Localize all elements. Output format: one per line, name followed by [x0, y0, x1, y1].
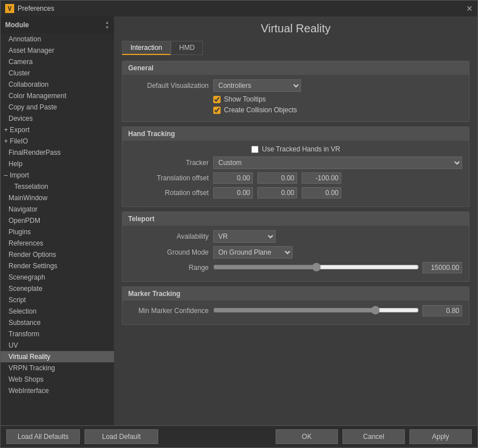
show-tooltips-row: Show Tooltips — [213, 95, 462, 103]
load-all-defaults-button[interactable]: Load All Defaults — [6, 429, 80, 444]
sidebar-item-uv[interactable]: UV — [1, 340, 114, 351]
sidebar-item-tesselation[interactable]: Tesselation — [1, 181, 114, 192]
general-section: General Default Visualization Controller… — [122, 61, 469, 122]
range-value-input[interactable] — [422, 262, 462, 273]
default-visualization-select[interactable]: Controllers Hands None — [213, 79, 301, 92]
sidebar-item-collaboration[interactable]: Collaboration — [1, 79, 114, 90]
sidebar-header-label: Module — [5, 21, 29, 29]
sidebar-scroll-arrows[interactable]: ▲ ▼ — [105, 20, 109, 30]
sidebar-item-render-options[interactable]: Render Options — [1, 249, 114, 260]
teleport-header: Teleport — [122, 212, 469, 226]
sidebar-item-import[interactable]: – Import — [1, 170, 114, 181]
marker-tracking-body: Min Marker Confidence — [122, 301, 469, 324]
sidebar-item-navigator[interactable]: Navigator — [1, 204, 114, 215]
tab-hmd[interactable]: HMD — [171, 41, 203, 55]
sidebar-item-vrpn-tracking[interactable]: VRPN Tracking — [1, 362, 114, 374]
rotation-y-input[interactable] — [257, 187, 297, 198]
availability-label: Availability — [129, 233, 209, 240]
sidebar-item-fileio[interactable]: + FileIO — [1, 136, 114, 147]
ground-mode-row: Ground Mode On Ground Plane Free On Mesh — [129, 246, 462, 259]
tracker-select-container: Custom Default — [213, 157, 462, 169]
confidence-container — [213, 305, 462, 316]
apply-button[interactable]: Apply — [409, 429, 472, 444]
sidebar-item-transform[interactable]: Transform — [1, 328, 114, 340]
teleport-section: Teleport Availability VR AR Both None — [122, 212, 469, 282]
teleport-body: Availability VR AR Both None Ground Mode — [122, 226, 469, 281]
sidebar-item-selection[interactable]: Selection — [1, 306, 114, 317]
availability-select[interactable]: VR AR Both None — [213, 230, 276, 243]
range-slider-container — [213, 263, 419, 273]
sidebar-header: Module ▲ ▼ — [1, 16, 114, 33]
sidebar-item-virtual-reality[interactable]: Virtual Reality — [1, 351, 114, 362]
rotation-x-input[interactable] — [213, 187, 253, 198]
rotation-offset-label: Rotation offset — [129, 189, 209, 197]
sidebar-item-finalrenderpass[interactable]: FinalRenderPass — [1, 147, 114, 158]
confidence-slider-container — [213, 306, 419, 316]
min-confidence-label: Min Marker Confidence — [129, 307, 209, 315]
preferences-window: V Preferences ✕ Module ▲ ▼ AnnotationAss… — [0, 0, 478, 448]
range-slider[interactable] — [213, 263, 419, 272]
sidebar-item-webinterface[interactable]: WebInterface — [1, 385, 114, 396]
show-tooltips-checkbox[interactable] — [213, 96, 221, 103]
use-tracked-checkbox[interactable] — [251, 146, 259, 153]
sidebar: Module ▲ ▼ AnnotationAsset ManagerCamera… — [1, 16, 114, 425]
bottom-bar: Load All Defaults Load Default OK Cancel… — [1, 425, 477, 447]
sidebar-item-devices[interactable]: Devices — [1, 113, 114, 124]
main-content: Module ▲ ▼ AnnotationAsset ManagerCamera… — [1, 16, 477, 425]
cancel-button[interactable]: Cancel — [342, 429, 405, 444]
range-label: Range — [129, 264, 209, 272]
show-tooltips-label: Show Tooltips — [224, 95, 266, 103]
sidebar-item-copy-and-paste[interactable]: Copy and Paste — [1, 102, 114, 113]
sidebar-item-export[interactable]: + Export — [1, 124, 114, 136]
translation-z-input[interactable] — [302, 172, 341, 184]
sidebar-item-sceneplate[interactable]: Sceneplate — [1, 283, 114, 294]
sidebar-item-color-management[interactable]: Color Management — [1, 90, 114, 102]
sidebar-item-plugins[interactable]: Plugins — [1, 226, 114, 238]
sidebar-item-help[interactable]: Help — [1, 158, 114, 170]
ok-button[interactable]: OK — [276, 429, 338, 444]
scroll-down-arrow[interactable]: ▼ — [105, 25, 109, 30]
tracker-select[interactable]: Custom Default — [213, 157, 462, 169]
sidebar-item-annotation[interactable]: Annotation — [1, 33, 114, 45]
range-container — [213, 262, 462, 273]
availability-select-container: VR AR Both None — [213, 230, 276, 243]
default-visualization-row: Default Visualization Controllers Hands … — [129, 79, 462, 92]
sidebar-item-substance[interactable]: Substance — [1, 317, 114, 328]
ground-mode-label: Ground Mode — [129, 248, 209, 256]
rotation-z-input[interactable] — [302, 187, 341, 198]
ground-mode-select[interactable]: On Ground Plane Free On Mesh — [213, 246, 293, 259]
create-collision-checkbox[interactable] — [213, 107, 221, 114]
confidence-slider[interactable] — [213, 306, 419, 315]
confidence-value-input[interactable] — [422, 305, 462, 316]
availability-row: Availability VR AR Both None — [129, 230, 462, 243]
sidebar-item-references[interactable]: References — [1, 238, 114, 249]
marker-tracking-section: Marker Tracking Min Marker Confidence — [122, 286, 469, 325]
rotation-inputs — [213, 187, 344, 198]
tab-interaction[interactable]: Interaction — [122, 41, 171, 55]
translation-y-input[interactable] — [257, 172, 297, 184]
sidebar-item-render-settings[interactable]: Render Settings — [1, 260, 114, 272]
sidebar-item-openpdm[interactable]: OpenPDM — [1, 215, 114, 226]
ground-mode-select-container: On Ground Plane Free On Mesh — [213, 246, 293, 259]
sidebar-item-asset-manager[interactable]: Asset Manager — [1, 45, 114, 56]
tracker-label: Tracker — [129, 159, 209, 167]
sidebar-item-cluster[interactable]: Cluster — [1, 67, 114, 79]
close-button[interactable]: ✕ — [466, 4, 473, 13]
hand-tracking-section: Hand Tracking Use Tracked Hands in VR Tr… — [122, 126, 469, 207]
sidebar-item-scenegraph[interactable]: Scenegraph — [1, 272, 114, 283]
tabs: Interaction HMD — [122, 41, 469, 55]
translation-offset-row: Translation offset — [129, 172, 462, 184]
app-icon: V — [5, 4, 14, 13]
sidebar-list: AnnotationAsset ManagerCameraClusterColl… — [1, 33, 114, 425]
scroll-up-arrow[interactable]: ▲ — [105, 20, 109, 25]
panel-title: Virtual Reality — [122, 22, 469, 35]
window-title: Preferences — [18, 5, 54, 12]
sidebar-item-mainwindow[interactable]: MainWindow — [1, 192, 114, 204]
translation-x-input[interactable] — [213, 172, 253, 184]
sidebar-item-web-shops[interactable]: Web Shops — [1, 374, 114, 385]
general-body: Default Visualization Controllers Hands … — [122, 75, 469, 121]
sidebar-item-camera[interactable]: Camera — [1, 56, 114, 67]
sidebar-item-script[interactable]: Script — [1, 294, 114, 306]
load-default-button[interactable]: Load Default — [84, 429, 158, 444]
use-tracked-label: Use Tracked Hands in VR — [262, 145, 340, 153]
